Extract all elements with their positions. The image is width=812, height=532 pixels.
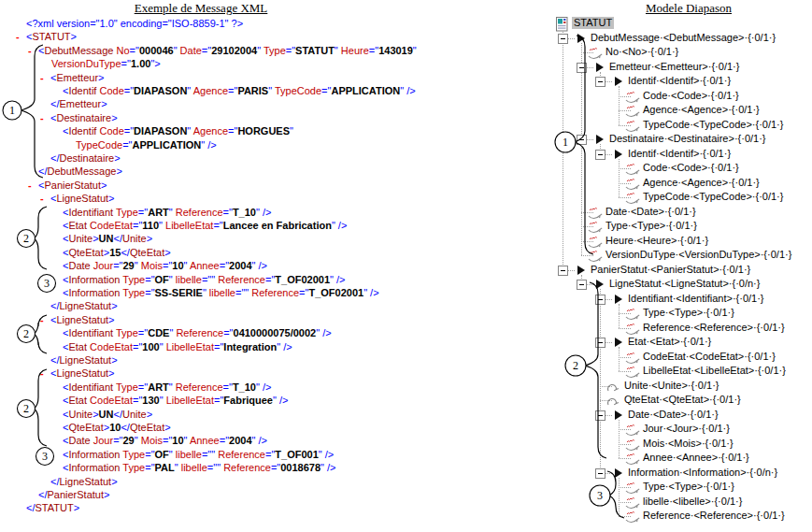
tree-leaf-label[interactable]: Reference·<Reference>·{·0/1·} xyxy=(643,322,785,334)
annotation-label: 2 xyxy=(23,232,29,245)
xml-line: <Identifiant Type="CDE" Reference="04100… xyxy=(63,327,332,338)
group-brace xyxy=(585,282,606,458)
field-ref-icon xyxy=(588,47,603,64)
annotation-circle-3 xyxy=(590,485,610,506)
collapse-marker[interactable]: - xyxy=(28,45,32,56)
tree-leaf-label[interactable]: Type·<Type>·{·0/1·} xyxy=(643,481,734,493)
expand-toggle[interactable] xyxy=(558,266,568,276)
xml-line: <Information Type="OF" libelle="" Refere… xyxy=(63,449,334,460)
tree-connector xyxy=(581,43,582,256)
annotation-label: 2 xyxy=(573,359,578,372)
xml-line: </DebutMessage> xyxy=(38,165,122,177)
xml-line: <Etat CodeEtat="110" LibelleEtat="Lancee… xyxy=(63,220,347,231)
xml-line: </Emetteur> xyxy=(50,98,107,109)
document-canvas: Exemple de Message XML Modele Diapason <… xyxy=(0,0,812,532)
tree-leaf-label[interactable]: Date·<Date>·{·0/1·} xyxy=(605,206,696,218)
group-brace xyxy=(35,369,48,446)
xml-line: </PanierStatut> xyxy=(38,489,109,500)
expand-toggle[interactable] xyxy=(595,150,605,160)
tree-node-label[interactable]: Identifiant·<Identifiant>·{·0/1·} xyxy=(628,293,764,305)
right-pane-title: Modele Diapason xyxy=(646,1,732,16)
tree-leaf-label[interactable]: Annee·<Annee>·{·0/1·} xyxy=(643,452,749,464)
xml-line: </STATUT> xyxy=(26,502,79,513)
collapse-marker[interactable]: - xyxy=(40,367,44,379)
expand-toggle[interactable] xyxy=(595,295,605,305)
tree-node-label[interactable]: Date·<Date>·{·0/1·} xyxy=(628,409,719,421)
tree-connector xyxy=(619,420,620,459)
expand-toggle[interactable] xyxy=(595,338,605,348)
xml-line: TypeCode="APPLICATION" /> xyxy=(76,139,217,151)
xml-line: <Information Type="OF" libelle="" Refere… xyxy=(63,274,346,285)
field-ref-icon xyxy=(625,510,640,527)
xml-line: <Etat CodeEtat="130" LibelleEtat="Fabriq… xyxy=(63,395,288,406)
expand-toggle[interactable] xyxy=(577,280,587,290)
xml-line: <Unite>UN</Unite> xyxy=(63,409,152,420)
xml-line: <Date Jour="29" Mois="10" Annee="2004" /… xyxy=(63,435,267,446)
tree-leaf-label[interactable]: No·<No>·{·0/1·} xyxy=(605,46,678,58)
collapse-marker[interactable]: - xyxy=(40,72,44,83)
tree-leaf-label[interactable]: Reference·<Reference>·{·0/1·} xyxy=(643,510,785,522)
tree-leaf-label[interactable]: Mois·<Mois>·{·0/1·} xyxy=(643,438,734,450)
left-pane-title: Exemple de Message XML xyxy=(135,1,268,16)
xml-line: </Destinataire> xyxy=(50,152,121,164)
expand-toggle[interactable] xyxy=(558,34,568,44)
triangle-right-icon xyxy=(577,34,585,43)
annotation-circle-2 xyxy=(18,325,36,343)
tree-leaf-label[interactable]: Agence·<Agence>·{·0/1·} xyxy=(643,177,760,189)
tree-leaf-label[interactable]: Agence·<Agence>·{·0/1·} xyxy=(643,104,760,116)
tree-node-label[interactable]: DebutMessage·<DebutMessage>·{·0/1·} xyxy=(591,32,776,44)
xml-line: <Emetteur> xyxy=(50,72,105,83)
triangle-right-icon xyxy=(615,468,622,478)
tree-node-label[interactable]: Etat·<Etat>·{·0/1·} xyxy=(628,336,711,348)
group-brace xyxy=(607,471,624,518)
tree-connector xyxy=(600,289,601,473)
tree-leaf-label[interactable]: VersionDuType·<VersionDuType>·{·0/1·} xyxy=(605,249,791,261)
tree-leaf-label[interactable]: CodeEtat·<CodeEtat>·{·0/1·} xyxy=(643,351,776,363)
tree-leaf-label[interactable]: libelle·<libelle>·{·0/1·} xyxy=(643,496,742,508)
tree-node-label[interactable]: LigneStatut·<LigneStatut>·{·0/n·} xyxy=(609,278,760,290)
tree-node-label[interactable]: Emetteur·<Emetteur>·{·0/1·} xyxy=(609,61,739,73)
triangle-right-icon xyxy=(615,338,622,347)
tree-leaf-label[interactable]: Unite·<Unite>·{·0/1·} xyxy=(624,380,719,392)
tree-node-label[interactable]: Identif·<Identif>·{·0/1·} xyxy=(628,75,731,87)
tree-leaf-label[interactable]: Heure·<Heure>·{·0/1·} xyxy=(605,235,708,247)
xml-line: <Information Type="SS-SERIE" libelle="" … xyxy=(63,287,379,298)
collapse-marker[interactable]: - xyxy=(28,180,32,191)
tree-connector xyxy=(619,159,620,198)
recursive-arrow-icon xyxy=(606,395,620,411)
xml-line: <LigneStatut> xyxy=(50,193,115,204)
tree-connector xyxy=(619,478,620,517)
tree-root-statut[interactable]: STATUT xyxy=(572,17,614,29)
tree-leaf-label[interactable]: Type·<Type>·{·0/1·} xyxy=(605,220,697,232)
collapse-marker[interactable]: - xyxy=(40,112,44,123)
tree-leaf-label[interactable]: Jour·<Jour>·{·0/1·} xyxy=(643,423,730,435)
xml-line: VersionDuType="1.00"> xyxy=(51,58,161,69)
xml-line: <Identif Code="DIAPASON" Agence="HORGUES… xyxy=(63,125,293,137)
tree-leaf-label[interactable]: TypeCode·<TypeCode>·{·0/1·} xyxy=(643,191,783,203)
collapse-marker[interactable]: - xyxy=(40,193,44,204)
expand-toggle[interactable] xyxy=(577,63,587,73)
xml-line: </LigneStatut> xyxy=(50,476,118,487)
tree-node-label[interactable]: PanierStatut·<PanierStatut>·{·0/1·} xyxy=(591,264,750,276)
xml-line: <Information Type="PAL" libelle="" Refer… xyxy=(63,462,336,473)
tree-leaf-label[interactable]: Code·<Code>·{·0/1·} xyxy=(643,90,739,102)
expand-toggle[interactable] xyxy=(595,468,605,479)
collapse-marker[interactable]: - xyxy=(40,314,44,325)
expand-toggle[interactable] xyxy=(577,135,587,145)
annotation-label: 3 xyxy=(597,489,603,502)
expand-toggle[interactable] xyxy=(595,77,605,87)
xml-line: <PanierStatut> xyxy=(38,180,107,191)
expand-toggle[interactable] xyxy=(595,410,605,421)
xml-line: <LigneStatut> xyxy=(50,314,115,325)
annotation-label: 3 xyxy=(42,450,48,463)
tree-leaf-label[interactable]: TypeCode·<TypeCode>·{·0/1·} xyxy=(643,119,783,131)
tree-leaf-label[interactable]: QteEtat·<QteEtat>·{·0/1·} xyxy=(624,394,741,406)
tree-leaf-label[interactable]: LibelleEtat·<LibelleEtat>·{·0/1·} xyxy=(643,365,786,377)
tree-leaf-label[interactable]: Code·<Code>·{·0/1·} xyxy=(643,162,739,174)
tree-node-label[interactable]: Identif·<Identif>·{·0/1·} xyxy=(628,148,731,160)
tree-node-label[interactable]: Destinataire·<Destinataire>·{·0/1·} xyxy=(609,133,766,145)
tree-node-label[interactable]: Information·<Information>·{·0/n·} xyxy=(628,467,777,479)
xml-line: <Identifiant Type="ART" Reference="T_10"… xyxy=(63,207,271,218)
collapse-marker[interactable]: - xyxy=(16,31,20,42)
tree-leaf-label[interactable]: Type·<Type>·{·0/1·} xyxy=(643,307,734,319)
